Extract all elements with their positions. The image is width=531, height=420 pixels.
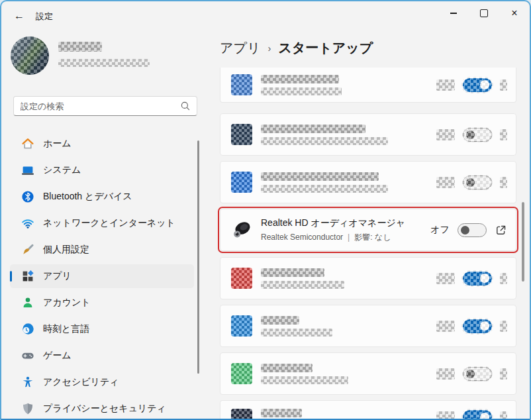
startup-toggle[interactable]: [463, 128, 492, 142]
sidebar-item-label: ホーム: [43, 138, 72, 150]
search-input[interactable]: [14, 101, 180, 111]
minimize-button[interactable]: [438, 1, 469, 25]
external-link-icon[interactable]: [500, 411, 507, 420]
accessibility-icon: [21, 376, 34, 389]
sidebar-item-system[interactable]: システム: [10, 158, 194, 182]
sidebar-item-label: アカウント: [43, 297, 91, 309]
external-link-icon: [495, 224, 507, 236]
app-icon: [231, 124, 252, 145]
startup-impact: 影響: なし: [354, 233, 391, 242]
external-link-icon[interactable]: [500, 321, 507, 332]
sidebar-item-personalization[interactable]: 個人用設定: [10, 238, 194, 262]
sidebar-item-label: ゲーム: [43, 350, 72, 362]
startup-toggle[interactable]: [458, 223, 487, 237]
sidebar-item-label: アクセシビリティ: [43, 376, 119, 388]
sidebar-item-label: Bluetooth とデバイス: [43, 191, 132, 203]
app-name: [261, 409, 302, 417]
toggle-knob: [466, 131, 475, 139]
search-icon: [180, 101, 191, 111]
toggle-knob: [466, 370, 475, 378]
startup-toggle[interactable]: [463, 78, 492, 92]
app-details: [261, 376, 348, 384]
startup-toggle[interactable]: [463, 319, 492, 333]
home-icon: [21, 137, 34, 150]
maximize-icon: [480, 9, 488, 17]
sidebar-item-network[interactable]: ネットワークとインターネット: [10, 211, 194, 235]
network-icon: [21, 217, 34, 230]
app-icon: [231, 172, 252, 193]
toggle-state-label: オフ: [430, 224, 450, 236]
app-details: Realtek Semiconductor|影響: なし: [261, 233, 405, 242]
toggle-state-label: [436, 273, 455, 284]
toggle-state-label: [436, 321, 455, 332]
sidebar-item-bluetooth[interactable]: Bluetooth とデバイス: [10, 185, 194, 209]
app-details: [261, 329, 332, 337]
sidebar-item-accounts[interactable]: アカウント: [10, 291, 194, 315]
toggle-state-label: [436, 411, 455, 420]
maximize-button[interactable]: [469, 1, 499, 25]
external-link-icon[interactable]: [495, 224, 507, 236]
sidebar-item-apps[interactable]: アプリ: [10, 264, 194, 288]
app-details: [261, 185, 388, 193]
sidebar-item-privacy[interactable]: プライバシーとセキュリティ: [10, 397, 194, 420]
main-scrollbar[interactable]: [522, 202, 524, 282]
back-button[interactable]: ←: [9, 7, 29, 25]
search-icon: [180, 101, 191, 111]
bluetooth-icon: [21, 190, 34, 203]
details-separator: |: [343, 233, 354, 242]
sidebar-nav: ホーム システム Bluetooth とデバイス ネットワークとインターネット …: [10, 132, 194, 420]
toggle-knob: [480, 274, 489, 283]
time-language-icon: [21, 323, 34, 336]
startup-app-list: Realtek HD オーディオマネージャ Realtek Semiconduc…: [220, 68, 516, 420]
app-icon: [231, 219, 252, 240]
profile-name-redacted: [58, 42, 102, 52]
accounts-icon: [21, 296, 34, 309]
sidebar-item-accessibility[interactable]: アクセシビリティ: [10, 370, 194, 394]
app-icon: [231, 363, 252, 384]
privacy-icon: [21, 402, 34, 415]
sidebar-item-label: アプリ: [43, 270, 72, 282]
toggle-knob: [480, 413, 489, 420]
app-icon: [231, 409, 252, 420]
breadcrumb: アプリ › スタートアップ: [220, 39, 373, 57]
toggle-knob: [480, 321, 489, 331]
app-name: [261, 316, 299, 325]
sidebar-item-time-language[interactable]: 時刻と言語: [10, 317, 194, 341]
startup-toggle[interactable]: [463, 367, 492, 381]
startup-toggle[interactable]: [463, 176, 492, 189]
app-name: [261, 125, 365, 133]
apps-icon: [21, 270, 34, 283]
toggle-state-label: [436, 129, 455, 140]
toggle-knob: [461, 226, 469, 235]
startup-toggle[interactable]: [463, 410, 492, 420]
toggle-knob: [466, 178, 475, 187]
sidebar-item-label: システム: [43, 164, 81, 176]
startup-app-row: [220, 161, 516, 203]
sidebar-item-gaming[interactable]: ゲーム: [10, 344, 194, 368]
breadcrumb-parent[interactable]: アプリ: [220, 39, 260, 57]
selected-indicator: [10, 271, 12, 282]
sidebar: ホーム システム Bluetooth とデバイス ネットワークとインターネット …: [1, 30, 211, 419]
external-link-icon[interactable]: [500, 129, 507, 140]
external-link-icon[interactable]: [500, 177, 507, 188]
sidebar-item-home[interactable]: ホーム: [10, 132, 194, 156]
startup-app-row: [220, 113, 516, 156]
realtek-speaker-icon: [231, 219, 252, 240]
gaming-icon: [21, 349, 34, 362]
external-link-icon[interactable]: [500, 368, 507, 380]
sidebar-scrollbar[interactable]: [197, 140, 199, 374]
startup-app-row: [220, 257, 516, 299]
main-content: アプリ › スタートアップ: [211, 30, 530, 419]
system-icon: [21, 164, 34, 177]
app-details: [261, 281, 344, 289]
startup-toggle[interactable]: [463, 272, 492, 286]
app-name: [261, 268, 324, 277]
app-publisher: Realtek Semiconductor: [261, 233, 343, 242]
page-title: スタートアップ: [278, 39, 373, 57]
close-icon: ×: [511, 8, 517, 19]
external-link-icon[interactable]: [500, 273, 507, 284]
app-icon: [231, 315, 252, 337]
external-link-icon[interactable]: [500, 79, 507, 91]
app-icon: [231, 74, 252, 95]
close-button[interactable]: ×: [499, 1, 530, 25]
